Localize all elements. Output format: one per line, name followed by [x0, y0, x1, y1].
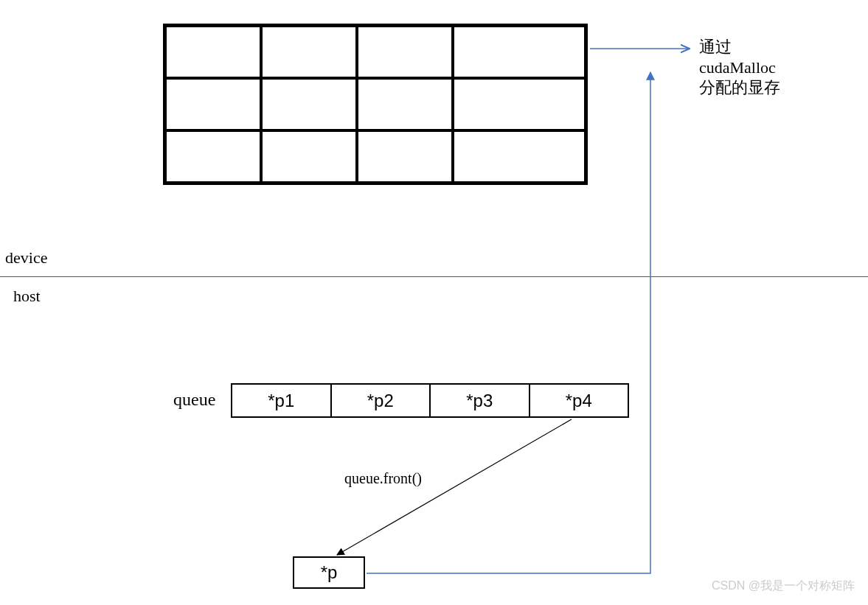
queue-item: *p2 [330, 385, 430, 416]
cudamalloc-annotation: 通过 cudaMalloc 分配的显存 [699, 37, 780, 98]
mem-cell [165, 26, 261, 78]
annotation-line: cudaMalloc [699, 57, 780, 78]
annotation-line: 分配的显存 [699, 77, 780, 98]
mem-cell [165, 130, 261, 183]
mem-cell [165, 78, 261, 130]
device-label: device [5, 248, 47, 268]
mem-cell [453, 130, 586, 183]
annotation-line: 通过 [699, 37, 780, 57]
watermark: CSDN @我是一个对称矩阵 [712, 578, 855, 594]
mem-cell [453, 26, 586, 78]
arrow-queue-to-p [337, 419, 572, 555]
mem-cell [261, 130, 357, 183]
device-host-separator [0, 276, 868, 277]
queue-item: *p4 [529, 385, 628, 416]
queue-item: *p1 [232, 385, 330, 416]
queue-item: *p3 [429, 385, 529, 416]
mem-cell [453, 78, 586, 130]
device-memory-grid [163, 24, 588, 185]
host-label: host [13, 286, 41, 307]
mem-cell [357, 130, 453, 183]
dequeued-pointer-box: *p [293, 556, 365, 589]
mem-cell [261, 78, 357, 130]
mem-cell [357, 78, 453, 130]
mem-cell [261, 26, 357, 78]
pointer-queue: *p1 *p2 *p3 *p4 [231, 383, 629, 418]
mem-cell [357, 26, 453, 78]
queue-front-label: queue.front() [344, 470, 422, 487]
queue-label: queue [173, 390, 215, 410]
